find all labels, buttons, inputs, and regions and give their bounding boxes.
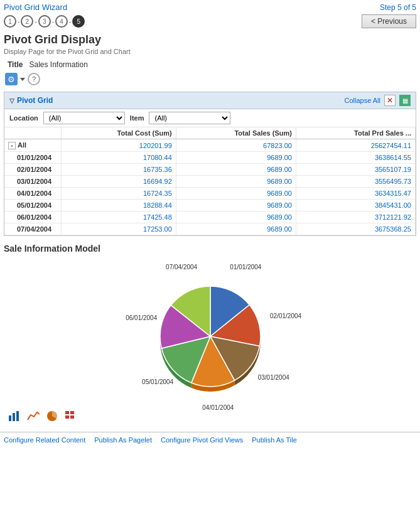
svg-rect-5: [70, 411, 74, 414]
chart-section: Sale Information Model 01/01/200402/01/2…: [0, 238, 420, 432]
table-row-date: 01/01/2004: [4, 152, 61, 164]
chart-label: 02/01/2004: [270, 312, 301, 319]
line-chart-icon[interactable]: [26, 409, 40, 423]
collapse-btn-area: Collapse All ✕ ▦: [345, 95, 411, 106]
pivot-section-label: Pivot Grid: [17, 96, 53, 105]
chart-label: 04/01/2004: [202, 404, 234, 410]
toolbar-icons: ⚙ ?: [0, 72, 420, 89]
table-row-total-prd: 3565107.19: [296, 164, 415, 176]
svg-rect-4: [65, 411, 69, 414]
chart-title: Sale Information Model: [4, 244, 416, 254]
pivot-table: Total Cost (Sum) Total Sales (Sum) Total…: [4, 127, 416, 235]
table-row-total-cost: 17080.44: [61, 152, 176, 164]
chart-label: 03/01/2004: [258, 373, 289, 380]
step-2[interactable]: 2: [21, 15, 33, 28]
gear-dropdown-arrow[interactable]: [20, 76, 25, 83]
wizard-title: Pivot Grid Wizard: [4, 3, 67, 12]
gear-icon[interactable]: ⚙: [5, 73, 18, 85]
step-3[interactable]: 3: [38, 15, 51, 28]
title-row: Title Sales Information: [0, 56, 420, 72]
svg-rect-1: [13, 413, 15, 421]
table-row-total-sales: 9689.00: [176, 164, 296, 176]
table-row-total-sales: 67823.00: [176, 139, 296, 152]
table-row-total-cost: 18288.44: [61, 200, 176, 211]
table-row-date: 02/01/2004: [4, 164, 61, 176]
table-row-date: 05/01/2004: [4, 200, 61, 211]
chart-label: 01/01/2004: [230, 263, 261, 270]
table-row-total-prd: 3675368.25: [296, 223, 415, 235]
item-label: Item: [130, 114, 144, 122]
page-main-title: Pivot Grid Display: [4, 33, 416, 46]
table-row-total-prd: 3845431.00: [296, 200, 415, 211]
table-row-total-cost: 16694.92: [61, 176, 176, 188]
col-header-total-sales: Total Sales (Sum): [176, 127, 296, 139]
table-row-date: 07/04/2004: [4, 223, 61, 235]
col-header-total-prd: Total Prd Sales ...: [296, 127, 415, 139]
step-info: Step 5 of 5: [380, 3, 416, 12]
svg-rect-2: [16, 411, 19, 421]
table-row-total-cost: 120201.99: [61, 139, 176, 152]
previous-button[interactable]: < Previous: [362, 14, 416, 28]
item-select[interactable]: (All): [149, 112, 230, 124]
step-4[interactable]: 4: [55, 15, 68, 28]
table-row-total-cost: 16724.35: [61, 188, 176, 200]
bar-chart-icon[interactable]: [8, 409, 21, 423]
table-row-total-prd: 3556495.73: [296, 176, 415, 188]
col-header-date: [4, 127, 61, 139]
table-row-total-cost: 17425.48: [61, 211, 176, 223]
page-header: Pivot Grid Display Display Page for the …: [0, 29, 420, 56]
footer-links: Configure Related Content Publish As Pag…: [0, 432, 420, 447]
table-row-total-sales: 9689.00: [176, 188, 296, 200]
help-icon[interactable]: ?: [28, 73, 40, 85]
page-subtitle: Display Page for the Pivot Grid and Char…: [4, 48, 416, 55]
excel-icon[interactable]: ▦: [399, 95, 411, 106]
table-row-total-prd: 25627454.11: [296, 139, 415, 152]
footer-link-publish-pagelet[interactable]: Publish As Pagelet: [94, 436, 152, 444]
export-icon[interactable]: ✕: [384, 95, 396, 106]
pivot-section-title: ▽ Pivot Grid: [9, 96, 53, 105]
filter-row: Location (All) Item (All): [4, 109, 416, 127]
title-label: Title: [8, 60, 23, 69]
table-row-total-prd: 3634315.47: [296, 188, 415, 200]
steps-bar: 1 - 2 - 3 - 4 - 5: [4, 15, 362, 28]
table-row-total-prd: 3712121.92: [296, 211, 415, 223]
row-collapse-icon[interactable]: -: [8, 142, 16, 149]
table-row-date: 04/01/2004: [4, 188, 61, 200]
table-row-total-sales: 9689.00: [176, 200, 296, 211]
svg-rect-0: [9, 415, 11, 421]
table-row-total-prd: 3638614.55: [296, 152, 415, 164]
pie-chart-icon[interactable]: [45, 409, 59, 423]
title-value: Sales Information: [29, 60, 87, 69]
pivot-collapse-triangle[interactable]: ▽: [9, 97, 14, 104]
step-1[interactable]: 1: [4, 15, 16, 28]
table-row-total-cost: 16735.36: [61, 164, 176, 176]
footer-link-publish-tile[interactable]: Publish As Tile: [252, 436, 297, 444]
table-row-total-sales: 9689.00: [176, 211, 296, 223]
pivot-grid-section: ▽ Pivot Grid Collapse All ✕ ▦ Location (…: [4, 92, 416, 236]
table-row-total-cost: 17253.00: [61, 223, 176, 235]
chart-label: 07/04/2004: [166, 263, 197, 270]
chart-label: 05/01/2004: [142, 378, 173, 385]
table-row-date: 06/01/2004: [4, 211, 61, 223]
collapse-all-link[interactable]: Collapse All: [345, 97, 380, 104]
table-row-total-sales: 9689.00: [176, 223, 296, 235]
step-5[interactable]: 5: [72, 15, 85, 28]
col-header-total-cost: Total Cost (Sum): [61, 127, 176, 139]
footer-link-related-content[interactable]: Configure Related Content: [4, 436, 85, 444]
table-row-date: -All: [4, 139, 61, 152]
grid-chart-icon[interactable]: [64, 409, 78, 423]
pivot-grid-header: ▽ Pivot Grid Collapse All ✕ ▦: [4, 92, 416, 109]
location-select[interactable]: (All): [43, 112, 125, 124]
chart-container: 01/01/200402/01/200403/01/200404/01/2004…: [4, 261, 416, 405]
svg-rect-6: [65, 415, 69, 419]
chart-label: 06/01/2004: [126, 314, 157, 321]
table-row-date: 03/01/2004: [4, 176, 61, 188]
location-label: Location: [9, 114, 38, 122]
footer-link-pivot-grid-views[interactable]: Configure Pivot Grid Views: [161, 436, 243, 444]
table-row-total-sales: 9689.00: [176, 152, 296, 164]
table-row-total-sales: 9689.00: [176, 176, 296, 188]
svg-rect-7: [70, 415, 74, 419]
